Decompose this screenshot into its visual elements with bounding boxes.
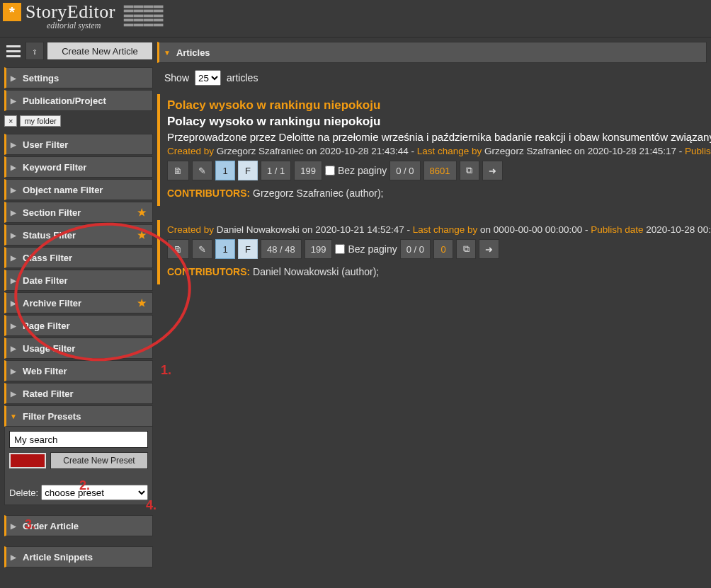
pages-button[interactable]: 48 / 48 (261, 239, 302, 259)
chevron-right-icon: ▶ (8, 209, 18, 217)
chevron-right-icon: ▶ (8, 345, 18, 352)
brand-logo-icon: * (3, 3, 21, 21)
chevron-right-icon: ▶ (8, 186, 18, 194)
filter-label: Archive Filter (23, 298, 81, 309)
article-card: Created by Daniel Nowakowski on 2020-10-… (157, 220, 711, 284)
edit-button[interactable]: ✎ (192, 239, 212, 259)
wordcount-button[interactable]: 199 (294, 161, 322, 180)
page-filter[interactable]: ▶Page Filter (4, 315, 153, 336)
filter-presets-panel[interactable]: ▼Filter Presets (4, 405, 153, 427)
objectname-filter[interactable]: ▶Object name Filter (4, 179, 153, 200)
class-filter[interactable]: ▶Class Filter (4, 247, 153, 268)
usage-filter[interactable]: ▶Usage Filter (4, 338, 153, 359)
settings-panel[interactable]: ▶Settings (4, 67, 153, 88)
chevron-right-icon: ▶ (8, 390, 18, 398)
brand-subtitle: editorial system (47, 21, 115, 30)
code-button[interactable]: 8601 (423, 161, 457, 180)
external-button[interactable]: ⧉ (456, 239, 476, 259)
one-button[interactable]: 1 (215, 239, 235, 259)
date-filter[interactable]: ▶Date Filter (4, 270, 153, 291)
zero-button[interactable]: 0 / 0 (400, 239, 431, 259)
bezpaginy-checkbox[interactable] (335, 244, 345, 254)
arrow-right-icon: ➜ (489, 166, 496, 176)
article-toolbar: 🗎 ✎ 1 F 1 / 1 199 Bez paginy 0 / 0 8601 … (167, 161, 707, 180)
bezpaginy-label: Bez paginy (348, 243, 397, 255)
rated-filter[interactable]: ▶Rated Filter (4, 383, 153, 404)
chevron-right-icon: ▶ (8, 553, 18, 561)
article-snippets-panel[interactable]: ▶Article Snippets (4, 546, 153, 567)
status-filter[interactable]: ▶Status Filter★ (4, 224, 153, 246)
preset-color-swatch[interactable] (9, 453, 46, 468)
folder-tag[interactable]: my folder (20, 115, 60, 127)
articles-header[interactable]: ▼ Articles (157, 42, 707, 63)
go-button[interactable]: ➜ (482, 161, 503, 180)
tag-close-button[interactable]: × (4, 115, 17, 127)
filter-label: Keyword Filter (23, 162, 86, 173)
create-preset-button[interactable]: Create New Preset (50, 452, 148, 469)
doc-button[interactable]: 🗎 (167, 239, 189, 259)
preset-name-input[interactable] (9, 431, 148, 448)
article-meta: Created by Daniel Nowakowski on 2020-10-… (167, 224, 707, 235)
filter-label: Page Filter (23, 321, 69, 331)
bezpaginy-label: Bez paginy (338, 165, 387, 176)
wordcount-button[interactable]: 199 (305, 239, 333, 259)
filter-presets-body: Create New Preset Delete: choose preset (4, 427, 153, 505)
delete-preset-select[interactable]: choose preset (41, 485, 148, 500)
pin-button[interactable]: ⇪ (25, 42, 44, 60)
settings-label: Settings (23, 73, 59, 83)
star-icon: ★ (137, 297, 147, 309)
article-meta: Created by Grzegorz Szafraniec on 2020-1… (167, 146, 707, 156)
pin-icon: ⇪ (32, 46, 38, 57)
go-button[interactable]: ➜ (479, 239, 499, 259)
chevron-right-icon: ▶ (8, 231, 18, 239)
justify-icon: ━━━━━━━━━━━━━━━━━━━━ (124, 5, 164, 28)
chevron-down-icon: ▼ (8, 413, 18, 420)
one-button[interactable]: 1 (215, 161, 235, 180)
code-button[interactable]: 0 (433, 239, 453, 259)
show-count-select[interactable]: 25 (195, 70, 221, 86)
filter-label: Object name Filter (23, 185, 103, 195)
show-label: Show (164, 72, 189, 83)
create-article-button[interactable]: Create New Article (47, 42, 153, 60)
chevron-right-icon: ▶ (8, 299, 18, 307)
show-suffix: articles (227, 72, 258, 83)
filter-label: Class Filter (23, 253, 72, 263)
external-button[interactable]: ⧉ (460, 161, 479, 180)
filter-presets-label: Filter Presets (23, 411, 81, 422)
archive-filter[interactable]: ▶Archive Filter★ (4, 292, 153, 313)
keyword-filter[interactable]: ▶Keyword Filter (4, 156, 153, 178)
star-icon: ★ (137, 229, 147, 241)
f-button[interactable]: F (238, 161, 258, 180)
filter-label: Usage Filter (23, 343, 75, 354)
brand: * StoryEditor editorial system (3, 3, 115, 30)
zero-button[interactable]: 0 / 0 (389, 161, 420, 180)
menu-icon[interactable] (4, 42, 23, 60)
article-toolbar: 🗎 ✎ 1 F 48 / 48 199 Bez paginy 0 / 0 0 ⧉… (167, 239, 707, 259)
articles-header-label: Articles (176, 47, 210, 58)
article-contributors: CONTRIBUTORS: Daniel Nowakowski (author)… (167, 266, 707, 277)
article-description: Przeprowadzone przez Deloitte na przełom… (167, 131, 707, 143)
filter-label: Date Filter (23, 275, 68, 286)
doc-button[interactable]: 🗎 (167, 161, 189, 180)
user-filter[interactable]: ▶User Filter (4, 134, 153, 155)
content-area: ▼ Articles Show 25 articles Polacy wysok… (157, 38, 711, 573)
chevron-right-icon: ▶ (8, 522, 18, 530)
chevron-right-icon: ▶ (8, 163, 18, 171)
star-icon: ★ (137, 207, 147, 218)
article-title-primary[interactable]: Polacy wysoko w rankingu niepokoju (167, 98, 707, 113)
chevron-right-icon: ▶ (8, 367, 18, 375)
pages-button[interactable]: 1 / 1 (261, 161, 291, 180)
chevron-right-icon: ▶ (8, 322, 18, 330)
f-button[interactable]: F (238, 239, 258, 259)
section-filter[interactable]: ▶Section Filter★ (4, 202, 153, 223)
publication-panel[interactable]: ▶Publication/Project (4, 90, 153, 111)
web-filter[interactable]: ▶Web Filter (4, 360, 153, 381)
edit-button[interactable]: ✎ (192, 161, 212, 180)
external-icon: ⧉ (466, 165, 472, 176)
delete-label: Delete: (9, 488, 38, 498)
order-article-panel[interactable]: ▶Order Article (4, 515, 153, 536)
chevron-right-icon: ▶ (8, 254, 18, 262)
bezpaginy-checkbox[interactable] (325, 166, 335, 175)
brand-title: StoryEditor (25, 3, 115, 21)
pencil-icon: ✎ (198, 166, 206, 176)
